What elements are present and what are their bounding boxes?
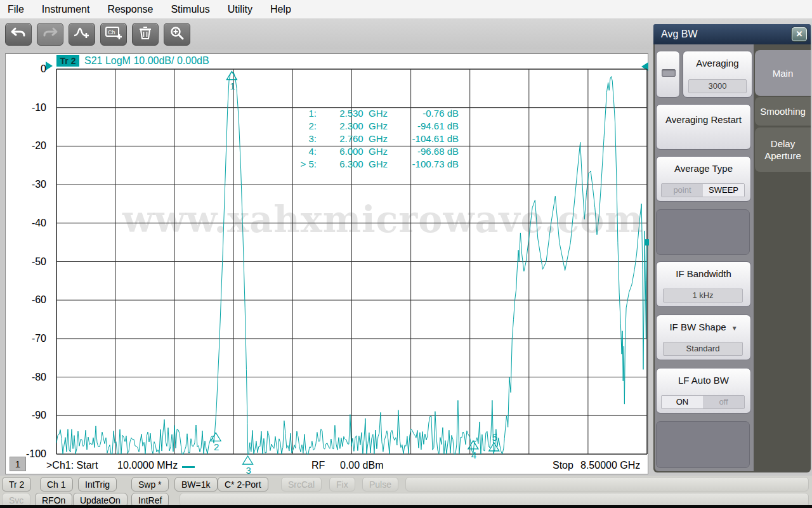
lf-auto-bw-toggle[interactable]: ON off: [661, 395, 745, 409]
zoom-in-icon: [169, 25, 185, 43]
undo-icon: [10, 26, 27, 42]
y-axis-tick-label: -20: [17, 140, 46, 152]
averaging-button[interactable]: Averaging 3000: [683, 51, 752, 98]
y-axis-tick-label: -60: [17, 294, 46, 306]
marker-frequency: 2.760 GHz: [317, 133, 388, 145]
y-axis-tick-label: -50: [17, 256, 46, 268]
menu-item-response[interactable]: Response: [107, 4, 153, 15]
marker-value: -94.61 dB: [388, 120, 459, 133]
lf-auto-bw-label: LF Auto BW: [657, 375, 750, 386]
tab-main[interactable]: Main: [755, 50, 811, 96]
rf-power-value[interactable]: 0.00 dBm: [340, 460, 383, 471]
zoom-in-button[interactable]: [164, 23, 190, 46]
redo-icon: [42, 26, 58, 42]
lf-auto-bw-button[interactable]: LF Auto BW ON off: [656, 368, 751, 414]
y-axis-tick-label: 0: [17, 63, 46, 75]
trace-color-key-icon: [182, 466, 195, 468]
close-icon[interactable]: ✕: [792, 27, 807, 41]
tab-smoothing[interactable]: Smoothing: [755, 97, 811, 126]
menu-item-stimulus[interactable]: Stimulus: [171, 4, 209, 15]
menu-item-file[interactable]: File: [8, 4, 24, 15]
stop-frequency-value[interactable]: 8.50000 GHz: [580, 460, 640, 471]
if-bw-shape-value[interactable]: Standard: [663, 342, 743, 356]
average-type-toggle[interactable]: point SWEEP: [661, 183, 745, 197]
status-fix: Fix: [329, 477, 355, 492]
marker-number: 1:: [291, 107, 317, 120]
average-type-option-point[interactable]: point: [662, 184, 703, 197]
if-bandwidth-label: IF Bandwidth: [657, 268, 750, 279]
channel-start-label: >Ch1: Start: [46, 460, 98, 471]
status-srccal: SrcCal: [281, 477, 322, 492]
if-bandwidth-value[interactable]: 1 kHz: [663, 289, 743, 303]
add-channel-icon: Ch: [105, 25, 122, 43]
marker-value: -104.61 dB: [388, 133, 459, 145]
status-pulse: Pulse: [362, 477, 398, 492]
y-axis-tick-label: -40: [17, 218, 46, 229]
panel-body: Averaging 3000 Averaging Restart Average…: [653, 44, 811, 472]
averaging-onoff-button[interactable]: [656, 51, 680, 98]
marker-value: -0.76 dB: [388, 107, 459, 120]
menu-item-utility[interactable]: Utility: [228, 4, 252, 15]
y-axis-tick-label: -80: [17, 372, 46, 383]
status-bw-1k[interactable]: BW=1k: [174, 477, 218, 492]
marker-value: -100.73 dB: [388, 158, 459, 171]
marker-4-label: 4: [471, 450, 476, 460]
averaging-restart-button[interactable]: Averaging Restart: [656, 104, 751, 150]
menu-item-instrument[interactable]: Instrument: [42, 4, 90, 15]
marker-2-label: 2: [214, 441, 219, 452]
trace-end-tick-icon: [645, 239, 649, 245]
y-axis-tick-label: -90: [17, 410, 46, 421]
marker-3-triangle-icon[interactable]: [243, 456, 253, 464]
menu-bar: FileInstrumentResponseStimulusUtilityHel…: [0, 0, 812, 19]
add-trace-button[interactable]: [69, 23, 95, 46]
channel-window: Tr 2 S21 LogM 10.00dB/ 0.00dB 0-10-20-30…: [5, 53, 648, 474]
if-bandwidth-button[interactable]: IF Bandwidth 1 kHz: [656, 261, 751, 307]
averaging-value[interactable]: 3000: [688, 79, 747, 93]
redo-button: [37, 23, 63, 46]
delete-icon: [138, 25, 153, 43]
empty-softkey-1: [656, 209, 750, 255]
tab-delay-aperture[interactable]: Delay Aperture: [755, 127, 811, 172]
trace-title: S21 LogM 10.00dB/ 0.00dB: [84, 55, 209, 67]
status-bar: Tr 2Ch 1IntTrigSwp *BW=1kC* 2-PortSrcCal…: [0, 476, 812, 505]
trace-badge[interactable]: Tr 2: [56, 55, 79, 67]
lf-auto-bw-option-on[interactable]: ON: [662, 396, 703, 408]
average-type-label: Average Type: [657, 163, 750, 174]
marker-readout-row: 2:2.300 GHz-94.61 dB: [291, 120, 459, 133]
avg-bw-panel: Avg BW ✕ Averaging 3000 Averaging Restar…: [653, 24, 811, 472]
add-channel-button[interactable]: Ch: [100, 23, 127, 46]
y-axis-tick-label: -10: [17, 102, 46, 114]
status-inttrig[interactable]: IntTrig: [78, 477, 117, 492]
menu-item-help[interactable]: Help: [270, 4, 291, 15]
start-frequency-value[interactable]: 10.0000 MHz: [117, 460, 178, 471]
status-swp-[interactable]: Swp *: [131, 477, 169, 492]
status-tr-2[interactable]: Tr 2: [2, 477, 31, 492]
status-row1-empty: [405, 477, 809, 492]
average-type-option-sweep[interactable]: SWEEP: [703, 184, 744, 197]
svg-text:Ch: Ch: [108, 29, 115, 36]
y-axis-tick-label: -30: [17, 179, 46, 190]
status-c-2-port[interactable]: C* 2-Port: [218, 477, 268, 492]
lf-auto-bw-option-off[interactable]: off: [703, 396, 744, 408]
delete-button[interactable]: [132, 23, 159, 46]
stop-label: Stop: [553, 460, 573, 471]
panel-title-bar[interactable]: Avg BW ✕: [653, 24, 811, 44]
average-type-button[interactable]: Average Type point SWEEP: [656, 156, 751, 202]
channel-number-box[interactable]: 1: [10, 457, 26, 471]
marker-readout-row: 4:6.000 GHz-96.68 dB: [291, 145, 459, 158]
marker-2-triangle-icon[interactable]: [211, 433, 221, 441]
add-trace-icon: [73, 25, 91, 43]
marker-5-label: 5: [492, 432, 497, 443]
y-axis-tick-label: -70: [17, 333, 46, 344]
marker-frequency: 2.530 GHz: [317, 107, 388, 120]
if-bw-shape-button[interactable]: IF BW Shape▼ Standard: [656, 315, 751, 360]
marker-1-label: 1: [230, 81, 235, 91]
status-ch-1[interactable]: Ch 1: [40, 477, 73, 492]
marker-number: 2:: [291, 120, 317, 133]
marker-readout-table: 1:2.530 GHz-0.76 dB2:2.300 GHz-94.61 dB3…: [291, 107, 459, 171]
marker-value: -96.68 dB: [388, 145, 459, 158]
panel-title: Avg BW: [661, 29, 698, 39]
undo-button[interactable]: [5, 23, 32, 46]
averaging-restart-label: Averaging Restart: [657, 114, 750, 126]
marker-readout-row: 3:2.760 GHz-104.61 dB: [291, 133, 459, 145]
